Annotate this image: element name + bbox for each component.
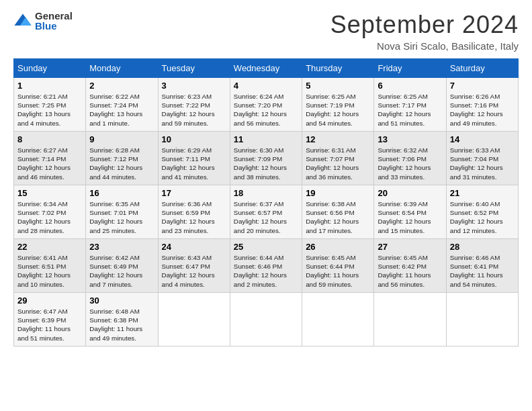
day-number: 23	[89, 242, 154, 252]
calendar-cell: 11Sunrise: 6:30 AMSunset: 7:09 PMDayligh…	[230, 132, 302, 185]
logo-text: General Blue	[35, 11, 73, 31]
cell-info: Sunrise: 6:36 AMSunset: 6:59 PMDaylight:…	[162, 199, 226, 235]
header: General Blue September 2024 Nova Siri Sc…	[13, 11, 519, 52]
cell-info: Sunrise: 6:44 AMSunset: 6:46 PMDaylight:…	[234, 253, 298, 289]
day-number: 14	[450, 134, 515, 144]
day-number: 30	[89, 295, 154, 306]
day-number: 16	[89, 188, 154, 198]
calendar-cell: 7Sunrise: 6:26 AMSunset: 7:16 PMDaylight…	[446, 78, 518, 132]
day-number: 27	[378, 242, 442, 252]
calendar-cell: 13Sunrise: 6:32 AMSunset: 7:06 PMDayligh…	[374, 132, 446, 185]
day-number: 2	[89, 81, 154, 91]
cell-info: Sunrise: 6:31 AMSunset: 7:07 PMDaylight:…	[306, 146, 370, 181]
cell-info: Sunrise: 6:22 AMSunset: 7:24 PMDaylight:…	[89, 92, 154, 128]
cell-info: Sunrise: 6:38 AMSunset: 6:56 PMDaylight:…	[306, 199, 370, 235]
logo-blue: Blue	[35, 21, 73, 31]
day-number: 11	[234, 134, 298, 144]
cell-info: Sunrise: 6:32 AMSunset: 7:06 PMDaylight:…	[378, 146, 442, 181]
cell-info: Sunrise: 6:27 AMSunset: 7:14 PMDaylight:…	[17, 146, 82, 181]
calendar-cell: 19Sunrise: 6:38 AMSunset: 6:56 PMDayligh…	[302, 185, 374, 239]
title-block: September 2024 Nova Siri Scalo, Basilica…	[330, 11, 519, 52]
col-saturday: Saturday	[446, 59, 518, 78]
calendar-cell: 15Sunrise: 6:34 AMSunset: 7:02 PMDayligh…	[14, 185, 86, 239]
day-number: 20	[378, 188, 442, 198]
day-number: 12	[306, 134, 370, 144]
calendar-cell: 23Sunrise: 6:42 AMSunset: 6:49 PMDayligh…	[86, 239, 158, 293]
calendar-cell: 4Sunrise: 6:24 AMSunset: 7:20 PMDaylight…	[230, 78, 302, 132]
calendar-cell: 14Sunrise: 6:33 AMSunset: 7:04 PMDayligh…	[446, 132, 518, 185]
cell-info: Sunrise: 6:45 AMSunset: 6:44 PMDaylight:…	[306, 253, 370, 289]
day-number: 13	[378, 134, 442, 144]
calendar-cell: 22Sunrise: 6:41 AMSunset: 6:51 PMDayligh…	[14, 239, 86, 293]
calendar-cell: 8Sunrise: 6:27 AMSunset: 7:14 PMDaylight…	[14, 132, 86, 185]
calendar-cell: 25Sunrise: 6:44 AMSunset: 6:46 PMDayligh…	[230, 239, 302, 293]
day-number: 5	[306, 81, 370, 91]
calendar-cell: 28Sunrise: 6:46 AMSunset: 6:41 PMDayligh…	[446, 239, 518, 293]
cell-info: Sunrise: 6:25 AMSunset: 7:17 PMDaylight:…	[378, 92, 442, 128]
calendar-cell: 12Sunrise: 6:31 AMSunset: 7:07 PMDayligh…	[302, 132, 374, 185]
cell-info: Sunrise: 6:41 AMSunset: 6:51 PMDaylight:…	[17, 253, 82, 289]
day-number: 3	[162, 81, 226, 91]
day-number: 7	[450, 81, 515, 91]
month-title: September 2024	[330, 11, 519, 39]
day-number: 26	[306, 242, 370, 252]
cell-info: Sunrise: 6:30 AMSunset: 7:09 PMDaylight:…	[234, 146, 298, 181]
day-number: 1	[17, 81, 82, 91]
calendar-cell	[446, 293, 518, 347]
cell-info: Sunrise: 6:29 AMSunset: 7:11 PMDaylight:…	[162, 146, 226, 181]
calendar-cell: 24Sunrise: 6:43 AMSunset: 6:47 PMDayligh…	[158, 239, 230, 293]
day-number: 22	[17, 242, 82, 252]
cell-info: Sunrise: 6:42 AMSunset: 6:49 PMDaylight:…	[89, 253, 154, 289]
calendar-cell: 2Sunrise: 6:22 AMSunset: 7:24 PMDaylight…	[86, 78, 158, 132]
calendar-cell: 3Sunrise: 6:23 AMSunset: 7:22 PMDaylight…	[158, 78, 230, 132]
cell-info: Sunrise: 6:34 AMSunset: 7:02 PMDaylight:…	[17, 199, 82, 235]
day-number: 25	[234, 242, 298, 252]
cell-info: Sunrise: 6:35 AMSunset: 7:01 PMDaylight:…	[89, 199, 154, 235]
day-number: 15	[17, 188, 82, 198]
day-number: 9	[89, 134, 154, 144]
cell-info: Sunrise: 6:46 AMSunset: 6:41 PMDaylight:…	[450, 253, 515, 289]
calendar-cell: 30Sunrise: 6:48 AMSunset: 6:38 PMDayligh…	[86, 293, 158, 347]
calendar-cell: 27Sunrise: 6:45 AMSunset: 6:42 PMDayligh…	[374, 239, 446, 293]
calendar-cell	[230, 293, 302, 347]
day-number: 24	[162, 242, 226, 252]
cell-info: Sunrise: 6:37 AMSunset: 6:57 PMDaylight:…	[234, 199, 298, 235]
page: General Blue September 2024 Nova Siri Sc…	[0, 0, 532, 411]
calendar-week-3: 15Sunrise: 6:34 AMSunset: 7:02 PMDayligh…	[14, 185, 519, 239]
cell-info: Sunrise: 6:26 AMSunset: 7:16 PMDaylight:…	[450, 92, 515, 128]
day-number: 10	[162, 134, 226, 144]
day-number: 21	[450, 188, 515, 198]
day-number: 4	[234, 81, 298, 91]
location-title: Nova Siri Scalo, Basilicate, Italy	[330, 40, 519, 52]
cell-info: Sunrise: 6:40 AMSunset: 6:52 PMDaylight:…	[450, 199, 515, 235]
cell-info: Sunrise: 6:23 AMSunset: 7:22 PMDaylight:…	[162, 92, 226, 128]
header-row: Sunday Monday Tuesday Wednesday Thursday…	[14, 59, 519, 78]
col-monday: Monday	[86, 59, 158, 78]
cell-info: Sunrise: 6:47 AMSunset: 6:39 PMDaylight:…	[17, 307, 82, 342]
calendar-cell	[158, 293, 230, 347]
calendar-cell: 17Sunrise: 6:36 AMSunset: 6:59 PMDayligh…	[158, 185, 230, 239]
calendar-cell: 20Sunrise: 6:39 AMSunset: 6:54 PMDayligh…	[374, 185, 446, 239]
day-number: 17	[162, 188, 226, 198]
calendar-cell: 18Sunrise: 6:37 AMSunset: 6:57 PMDayligh…	[230, 185, 302, 239]
cell-info: Sunrise: 6:43 AMSunset: 6:47 PMDaylight:…	[162, 253, 226, 289]
day-number: 6	[378, 81, 442, 91]
col-wednesday: Wednesday	[230, 59, 302, 78]
logo-icon	[13, 11, 32, 30]
cell-info: Sunrise: 6:28 AMSunset: 7:12 PMDaylight:…	[89, 146, 154, 181]
col-sunday: Sunday	[14, 59, 86, 78]
day-number: 18	[234, 188, 298, 198]
cell-info: Sunrise: 6:25 AMSunset: 7:19 PMDaylight:…	[306, 92, 370, 128]
calendar-cell	[302, 293, 374, 347]
calendar-cell: 10Sunrise: 6:29 AMSunset: 7:11 PMDayligh…	[158, 132, 230, 185]
day-number: 8	[17, 134, 82, 144]
calendar-week-4: 22Sunrise: 6:41 AMSunset: 6:51 PMDayligh…	[14, 239, 519, 293]
calendar-week-1: 1Sunrise: 6:21 AMSunset: 7:25 PMDaylight…	[14, 78, 519, 132]
calendar-cell: 21Sunrise: 6:40 AMSunset: 6:52 PMDayligh…	[446, 185, 518, 239]
day-number: 19	[306, 188, 370, 198]
calendar-cell: 5Sunrise: 6:25 AMSunset: 7:19 PMDaylight…	[302, 78, 374, 132]
calendar-cell	[374, 293, 446, 347]
calendar-cell: 1Sunrise: 6:21 AMSunset: 7:25 PMDaylight…	[14, 78, 86, 132]
calendar-week-5: 29Sunrise: 6:47 AMSunset: 6:39 PMDayligh…	[14, 293, 519, 347]
calendar-cell: 29Sunrise: 6:47 AMSunset: 6:39 PMDayligh…	[14, 293, 86, 347]
